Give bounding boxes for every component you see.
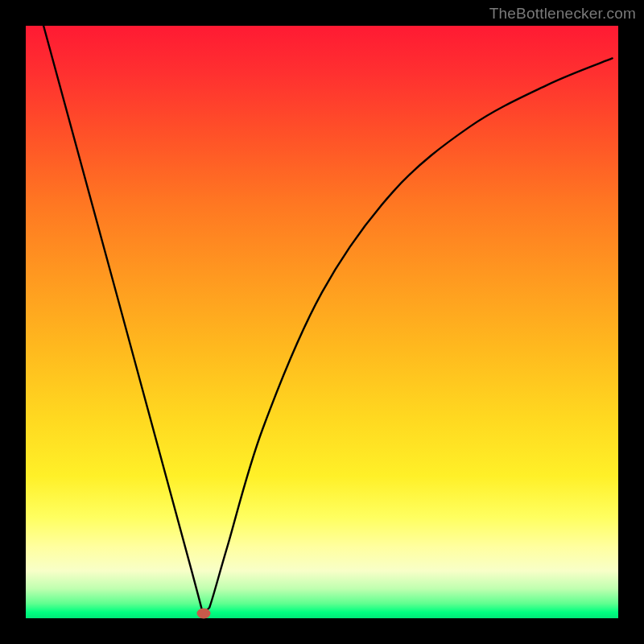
attribution-text: TheBottlenecker.com (489, 5, 636, 23)
bottleneck-curve (26, 26, 618, 618)
chart-container: TheBottlenecker.com (0, 0, 644, 644)
optimal-point-marker (196, 609, 210, 619)
plot-area (26, 26, 618, 618)
